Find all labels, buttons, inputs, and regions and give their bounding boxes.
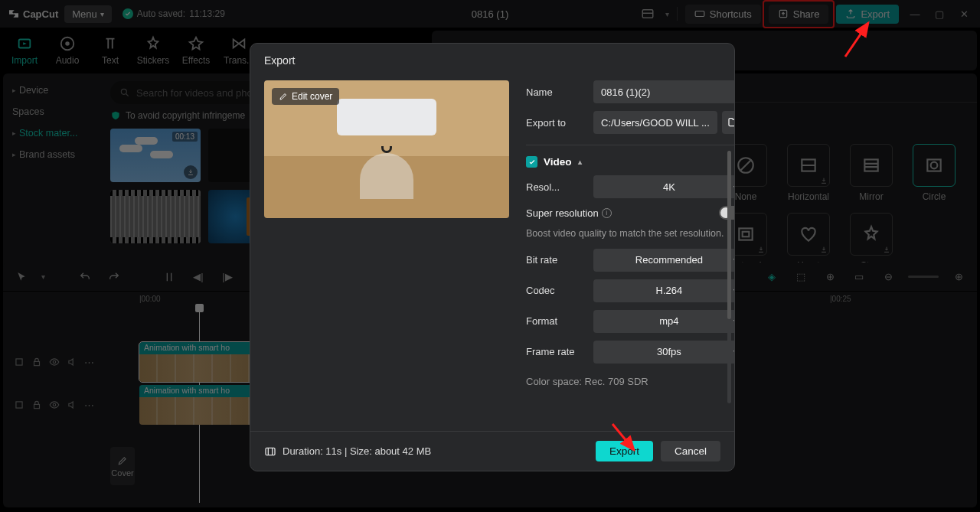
- dialog-title: Export: [250, 44, 734, 74]
- label-framerate: Frame rate: [526, 346, 586, 357]
- export-dialog: Export Edit cover Name Export to C:/User…: [250, 43, 735, 471]
- framerate-select[interactable]: 30fps▾: [593, 341, 735, 364]
- video-section-header[interactable]: Video ▴: [526, 156, 735, 168]
- export-path-field[interactable]: C:/Users/GOOD WILL ...: [593, 111, 717, 134]
- svg-rect-30: [266, 448, 275, 455]
- cancel-button[interactable]: Cancel: [661, 441, 720, 461]
- folder-icon: [727, 116, 735, 129]
- edit-cover-button[interactable]: Edit cover: [272, 88, 339, 105]
- pencil-icon: [279, 92, 288, 101]
- label-format: Format: [526, 315, 586, 327]
- bitrate-select[interactable]: Recommended▾: [593, 249, 735, 272]
- label-resolution: Resol...: [526, 181, 586, 193]
- label-superres: Super resolution: [526, 207, 599, 219]
- super-res-help: Boost video quality to match the set res…: [526, 227, 735, 241]
- film-icon: [264, 445, 276, 458]
- label-exportto: Export to: [526, 117, 586, 129]
- label-name: Name: [526, 86, 586, 98]
- label-codec: Codec: [526, 285, 586, 296]
- browse-folder-button[interactable]: [722, 111, 735, 134]
- codec-select[interactable]: H.264▾: [593, 279, 735, 302]
- resolution-select[interactable]: 4K▾: [593, 175, 735, 198]
- video-checkbox[interactable]: [526, 156, 537, 168]
- format-select[interactable]: mp4▾: [593, 310, 735, 333]
- export-confirm-button[interactable]: Export: [596, 441, 653, 461]
- name-input[interactable]: [593, 80, 735, 103]
- info-icon[interactable]: i: [602, 208, 612, 218]
- duration-size-info: Duration: 11s | Size: about 42 MB: [264, 445, 431, 458]
- dialog-scrollbar[interactable]: [727, 151, 731, 403]
- label-bitrate: Bit rate: [526, 254, 586, 266]
- color-space-info: Color space: Rec. 709 SDR: [526, 376, 735, 387]
